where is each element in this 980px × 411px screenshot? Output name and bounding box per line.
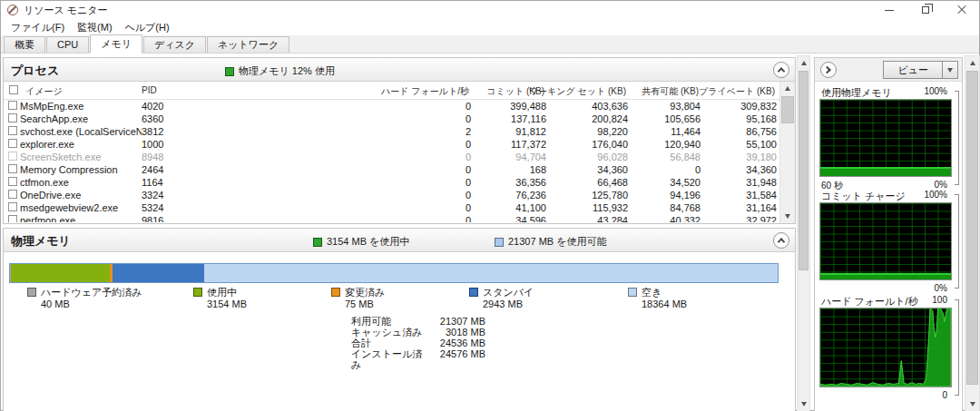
cell-commit: 76,236 xyxy=(471,189,546,201)
detail-label: インストール済み xyxy=(351,348,431,359)
cell-working-set: 43,284 xyxy=(546,214,628,222)
row-checkbox[interactable] xyxy=(8,190,17,199)
graph-min-label: 0% xyxy=(935,283,947,293)
used-swatch xyxy=(313,238,322,247)
used-memory-swatch xyxy=(225,67,234,76)
scroll-up-button[interactable] xyxy=(798,56,809,70)
view-dropdown-button[interactable] xyxy=(943,61,958,79)
header-checkbox[interactable] xyxy=(9,85,18,94)
cell-pid: 9816 xyxy=(142,214,229,222)
legend-color-swatch xyxy=(27,288,36,297)
cell-working-set: 96,028 xyxy=(546,151,628,163)
chart-panel: ビュー 使用物理メモリ 100% 60 秒 0% コミット チャージ 100% … xyxy=(814,57,963,411)
table-row[interactable]: svchost.exe (LocalServiceNoN...3812291,8… xyxy=(4,125,779,138)
graph-grid xyxy=(820,203,951,279)
titlebar: リソース モニター xyxy=(1,1,979,19)
column-header-working-set[interactable]: ワーキング セット (KB) xyxy=(529,85,626,98)
scroll-down-button[interactable] xyxy=(780,210,795,223)
column-header-shareable[interactable]: 共有可能 (KB) xyxy=(642,85,699,98)
cell-image-name: ScreenSketch.exe xyxy=(20,151,142,163)
table-row[interactable]: ScreenSketch.exe8948094,70496,02856,8483… xyxy=(4,151,779,163)
bar-segment-in-use xyxy=(11,264,110,282)
scroll-thumb[interactable] xyxy=(799,71,808,270)
restore-button[interactable] xyxy=(917,3,934,17)
menu-item-help[interactable]: ヘルプ(H) xyxy=(119,19,176,35)
tab-memory[interactable]: メモリ xyxy=(90,34,142,54)
table-row[interactable]: SearchApp.exe63600137,116200,824105,6569… xyxy=(4,113,779,125)
legend-value: 75 MB xyxy=(345,298,385,310)
table-row[interactable]: explorer.exe10000117,372176,040120,94055… xyxy=(4,138,779,151)
tab-network[interactable]: ネットワーク xyxy=(207,36,289,53)
tab-cpu[interactable]: CPU xyxy=(46,36,89,53)
scroll-up-icon xyxy=(785,86,790,91)
row-checkbox[interactable] xyxy=(8,113,17,122)
row-checkbox[interactable] xyxy=(8,215,17,222)
scroll-thumb[interactable] xyxy=(966,71,978,385)
section-title: プロセス xyxy=(11,63,59,79)
cell-hard-faults: 0 xyxy=(229,100,471,113)
row-checkbox[interactable] xyxy=(8,152,17,161)
cell-private: 34,360 xyxy=(701,163,777,176)
view-button-label[interactable]: ビュー xyxy=(883,61,943,79)
table-row[interactable]: ctfmon.exe1164036,35666,46834,52031,948 xyxy=(4,176,779,189)
cell-image-name: ctfmon.exe xyxy=(20,176,142,189)
scroll-up-button[interactable] xyxy=(780,82,795,95)
view-button[interactable]: ビュー xyxy=(883,61,958,79)
row-checkbox[interactable] xyxy=(8,177,17,186)
row-checkbox[interactable] xyxy=(8,164,17,173)
menu-item-monitor[interactable]: 監視(M) xyxy=(71,19,119,35)
process-table-body: MsMpEng.exe40200399,488403,63693,804309,… xyxy=(4,100,779,222)
row-checkbox[interactable] xyxy=(8,126,17,135)
table-row[interactable]: MsMpEng.exe40200399,488403,63693,804309,… xyxy=(4,100,779,113)
cell-working-set: 125,780 xyxy=(546,189,628,201)
cell-shareable: 0 xyxy=(628,163,701,176)
graph-fill xyxy=(820,167,951,176)
physical-memory-bar xyxy=(9,263,779,283)
column-header-image[interactable]: イメージ xyxy=(25,85,63,98)
row-checkbox[interactable] xyxy=(8,139,17,148)
graph-max-label: 100% xyxy=(924,86,947,96)
table-row[interactable]: perfmon.exe9816034,59643,28440,33232,972 xyxy=(4,214,779,222)
column-header-hard-faults[interactable]: ハード フォールト/秒 xyxy=(381,85,469,98)
scroll-thumb[interactable] xyxy=(781,96,794,123)
cell-commit: 36,356 xyxy=(471,176,546,189)
minimize-button[interactable] xyxy=(881,3,897,17)
cell-commit: 399,488 xyxy=(471,100,546,113)
table-row[interactable]: OneDrive.exe3324076,236125,78094,19631,5… xyxy=(4,189,779,201)
tab-overview[interactable]: 概要 xyxy=(4,36,45,53)
panel-collapse-button[interactable] xyxy=(820,62,837,78)
cell-pid: 5324 xyxy=(142,201,229,214)
table-scrollbar[interactable] xyxy=(779,82,795,223)
bar-segment-free xyxy=(204,264,778,282)
graph-grid xyxy=(820,100,951,176)
minimize-icon xyxy=(885,10,894,11)
detail-label: 利用可能 xyxy=(351,316,431,327)
table-row[interactable]: msedgewebview2.exe5324041,100115,93284,7… xyxy=(4,201,779,214)
menu-item-file[interactable]: ファイル(F) xyxy=(5,19,71,35)
row-checkbox-cell xyxy=(4,138,20,151)
tab-disk[interactable]: ディスク xyxy=(143,36,206,53)
row-checkbox-cell xyxy=(4,214,20,222)
scroll-down-button[interactable] xyxy=(798,397,809,411)
process-collapse-button[interactable] xyxy=(773,62,789,78)
cell-private: 32,972 xyxy=(701,214,777,222)
cell-shareable: 94,196 xyxy=(628,189,701,201)
legend-color-swatch xyxy=(628,288,637,297)
table-row[interactable]: Memory Compression2464016834,360034,360 xyxy=(4,163,779,176)
row-checkbox[interactable] xyxy=(8,101,17,110)
scroll-up-button[interactable] xyxy=(965,56,979,70)
row-checkbox[interactable] xyxy=(8,202,17,211)
memory-legend-item-modified: 変更済み75 MB xyxy=(331,287,385,310)
cell-hard-faults: 2 xyxy=(229,125,471,138)
column-header-private[interactable]: プライベート (KB) xyxy=(699,85,775,98)
column-header-pid[interactable]: PID xyxy=(142,85,157,95)
left-pane-scrollbar[interactable] xyxy=(797,55,810,411)
close-button[interactable] xyxy=(954,3,970,17)
cell-shareable: 56,848 xyxy=(628,151,701,163)
cell-commit: 94,704 xyxy=(471,151,546,163)
cell-hard-faults: 0 xyxy=(229,214,471,222)
chart-pane-scrollbar[interactable] xyxy=(965,55,980,411)
detail-value: 21307 MB xyxy=(431,316,485,327)
memory-collapse-button[interactable] xyxy=(773,232,789,249)
scroll-down-button[interactable] xyxy=(965,397,979,411)
